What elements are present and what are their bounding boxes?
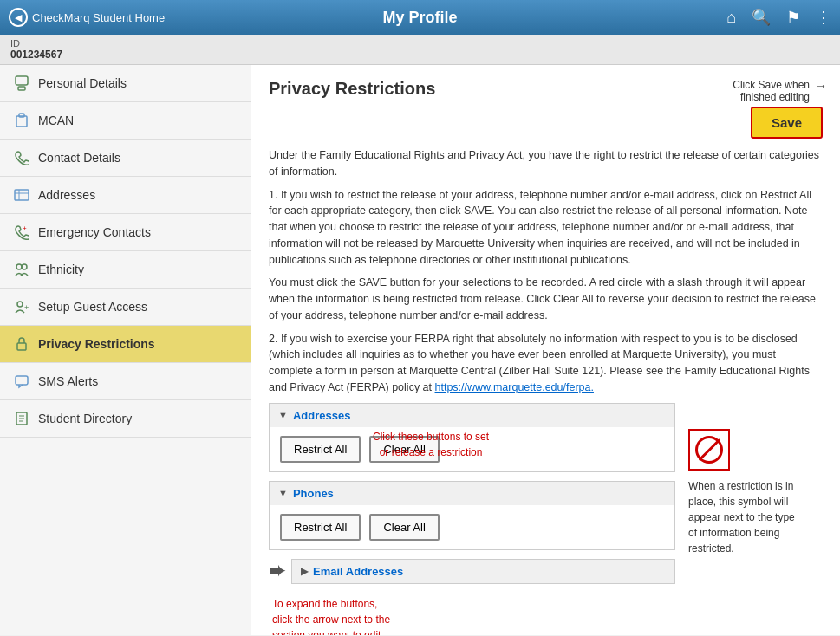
phones-section-header[interactable]: ▼ Phones bbox=[270, 482, 674, 505]
back-circle-icon: ◀ bbox=[9, 8, 28, 27]
addresses-section-body: Restrict All Clear All bbox=[270, 427, 674, 471]
sidebar: Personal Details MCAN Contact Details Ad… bbox=[0, 65, 251, 635]
header-title: My Profile bbox=[382, 9, 457, 27]
sidebar-item-sms-alerts[interactable]: SMS Alerts bbox=[0, 363, 251, 400]
svg-rect-2 bbox=[16, 116, 27, 127]
app-header: ◀ CheckMarq Student Home My Profile ⌂ 🔍 … bbox=[0, 0, 840, 35]
sidebar-label-privacy-restrictions: Privacy Restrictions bbox=[38, 337, 155, 351]
phones-section-label: Phones bbox=[293, 487, 334, 500]
addresses-restrict-all-button[interactable]: Restrict All bbox=[280, 436, 361, 463]
description-1: Under the Family Educational Rights and … bbox=[269, 147, 823, 180]
description-4: 2. If you wish to exercise your FERPA ri… bbox=[269, 331, 823, 396]
restriction-symbol bbox=[695, 436, 723, 464]
search-icon[interactable]: 🔍 bbox=[752, 8, 771, 27]
ethnicity-icon bbox=[12, 262, 31, 277]
svg-text:+: + bbox=[23, 224, 27, 232]
sidebar-label-personal-details: Personal Details bbox=[38, 76, 127, 90]
id-label: ID bbox=[10, 38, 830, 49]
svg-rect-13 bbox=[16, 376, 28, 385]
addresses-section-header[interactable]: ▼ Addresses bbox=[270, 404, 674, 427]
phones-clear-all-button[interactable]: Clear All bbox=[369, 514, 439, 541]
sidebar-item-addresses[interactable]: Addresses bbox=[0, 177, 251, 214]
addresses-icon bbox=[12, 187, 31, 203]
addresses-clear-all-button[interactable]: Clear All bbox=[369, 436, 439, 463]
svg-rect-0 bbox=[16, 76, 28, 85]
sidebar-item-emergency-contacts[interactable]: + Emergency Contacts bbox=[0, 214, 251, 251]
expand-arrow-icon: ➨ bbox=[269, 560, 284, 582]
email-section-row: ➨ ▶ Email Addresses bbox=[269, 559, 675, 584]
expand-callout-text: To expand the buttons, click the arrow n… bbox=[269, 593, 459, 636]
sidebar-label-sms-alerts: SMS Alerts bbox=[38, 374, 98, 388]
flag-icon[interactable]: ⚑ bbox=[786, 8, 800, 27]
id-bar: ID 001234567 bbox=[0, 35, 840, 65]
svg-rect-4 bbox=[15, 190, 29, 200]
sidebar-item-mcan[interactable]: MCAN bbox=[0, 102, 251, 140]
content-area: ⏸ Privacy Restrictions Click Save whenfi… bbox=[251, 65, 840, 635]
email-section-header[interactable]: ▶ Email Addresses bbox=[291, 559, 675, 584]
email-expand-callout: ➨ bbox=[269, 560, 284, 582]
save-area: Click Save whenfinished editing Save bbox=[733, 79, 823, 139]
sidebar-item-privacy-restrictions[interactable]: Privacy Restrictions bbox=[0, 326, 251, 363]
more-icon[interactable]: ⋮ bbox=[816, 8, 831, 27]
sidebar-item-contact-details[interactable]: Contact Details bbox=[0, 140, 251, 177]
main-layout: Personal Details MCAN Contact Details Ad… bbox=[0, 65, 840, 635]
contact-details-icon bbox=[12, 150, 31, 165]
addresses-arrow-icon: ▼ bbox=[278, 410, 288, 420]
sidebar-label-addresses: Addresses bbox=[38, 188, 95, 202]
phones-section: ▼ Phones Restrict All Clear All bbox=[269, 481, 675, 550]
home-icon[interactable]: ⌂ bbox=[726, 9, 736, 27]
sections-container: Click these buttons to set or release a … bbox=[269, 403, 823, 636]
mcan-icon bbox=[12, 113, 31, 128]
svg-text:+: + bbox=[24, 303, 29, 312]
sidebar-item-ethnicity[interactable]: Ethnicity bbox=[0, 251, 251, 289]
phones-restrict-all-button[interactable]: Restrict All bbox=[280, 514, 361, 541]
id-value: 001234567 bbox=[10, 49, 830, 61]
sidebar-item-setup-guest-access[interactable]: + Setup Guest Access bbox=[0, 289, 251, 326]
sidebar-label-setup-guest-access: Setup Guest Access bbox=[38, 300, 147, 314]
description-3: You must click the SAVE button for your … bbox=[269, 275, 823, 323]
save-callout: Click Save whenfinished editing bbox=[733, 79, 823, 103]
sidebar-item-personal-details[interactable]: Personal Details bbox=[0, 65, 251, 102]
header-icons: ⌂ 🔍 ⚑ ⋮ bbox=[726, 8, 831, 27]
page-title: Privacy Restrictions bbox=[269, 79, 435, 99]
description-2: 1. If you wish to restrict the release o… bbox=[269, 187, 823, 269]
personal-details-icon bbox=[12, 75, 31, 91]
sms-alerts-icon bbox=[12, 373, 31, 389]
sidebar-item-student-directory[interactable]: Student Directory bbox=[0, 400, 251, 438]
sidebar-label-student-directory: Student Directory bbox=[38, 412, 132, 425]
phones-section-body: Restrict All Clear All bbox=[270, 505, 674, 549]
svg-rect-3 bbox=[19, 114, 24, 117]
email-arrow-icon: ▶ bbox=[301, 566, 308, 577]
svg-rect-12 bbox=[17, 343, 26, 350]
callout-symbol-area: When a restriction is in place, this sym… bbox=[688, 429, 823, 556]
privacy-restrictions-icon bbox=[12, 336, 31, 352]
back-button[interactable]: ◀ CheckMarq Student Home bbox=[9, 8, 165, 27]
ferpa-link[interactable]: https://www.marquette.edu/ferpa. bbox=[435, 381, 594, 393]
sidebar-label-ethnicity: Ethnicity bbox=[38, 263, 84, 276]
svg-point-9 bbox=[22, 264, 27, 269]
save-button[interactable]: Save bbox=[751, 107, 823, 139]
back-label: CheckMarq Student Home bbox=[32, 11, 165, 24]
emergency-contacts-icon: + bbox=[12, 224, 31, 240]
svg-point-10 bbox=[17, 302, 23, 307]
page-header-row: Privacy Restrictions Click Save whenfini… bbox=[269, 79, 823, 139]
callout-symbol-text: When a restriction is in place, this sym… bbox=[688, 478, 823, 556]
setup-guest-access-icon: + bbox=[12, 299, 31, 315]
svg-rect-1 bbox=[18, 87, 25, 90]
phones-arrow-icon: ▼ bbox=[278, 488, 288, 498]
sidebar-label-emergency-contacts: Emergency Contacts bbox=[38, 225, 151, 239]
addresses-section: ▼ Addresses Restrict All Clear All bbox=[269, 403, 675, 472]
addresses-section-label: Addresses bbox=[293, 409, 350, 422]
email-section-label: Email Addresses bbox=[313, 565, 403, 578]
sidebar-label-contact-details: Contact Details bbox=[38, 151, 120, 165]
student-directory-icon bbox=[12, 411, 31, 426]
sidebar-label-mcan: MCAN bbox=[38, 114, 74, 127]
svg-point-8 bbox=[16, 264, 22, 269]
